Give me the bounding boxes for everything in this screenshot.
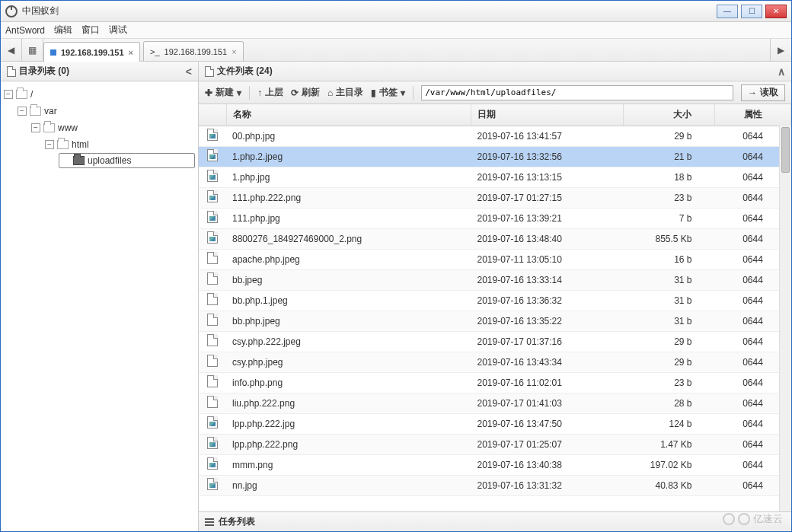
table-row[interactable]: 111.php.jpg2019-07-16 13:39:217 b0644: [199, 208, 791, 228]
table-row[interactable]: info.php.png2019-07-16 11:02:0123 b0644: [199, 372, 791, 393]
new-button[interactable]: ✚ 新建 ▾: [205, 86, 241, 99]
close-button[interactable]: ✕: [765, 5, 787, 18]
tab-grid-button[interactable]: ▦: [22, 39, 43, 61]
maximize-button[interactable]: ☐: [741, 5, 762, 18]
table-row[interactable]: bb.jpeg2019-07-16 13:33:1431 b0644: [199, 269, 791, 290]
minimize-button[interactable]: —: [717, 5, 738, 18]
table-row[interactable]: 1.php.jpg2019-07-16 13:13:1518 b0644: [199, 167, 791, 187]
cell-name: 8800276_184927469000_2.png: [226, 228, 471, 249]
file-icon: [207, 355, 218, 367]
file-icon: [207, 252, 218, 264]
file-icon: [207, 129, 218, 141]
cell-size: 29 b: [624, 126, 715, 146]
table-row[interactable]: 111.php.222.png2019-07-17 01:27:1523 b06…: [199, 187, 791, 208]
cell-size: 855.5 Kb: [624, 228, 715, 249]
tab-scroll-left[interactable]: ◀: [1, 39, 22, 61]
window-title: 中国蚁剑: [22, 5, 717, 18]
bookmark-button[interactable]: ▮ 书签 ▾: [371, 86, 405, 99]
cell-date: 2019-07-17 01:37:16: [471, 331, 624, 352]
file-table: 名称 日期 大小 属性 00.php.jpg2019-07-16 13:41:5…: [199, 104, 791, 496]
cell-size: 23 b: [624, 372, 715, 393]
col-name[interactable]: 名称: [226, 104, 471, 126]
cell-size: 23 b: [624, 187, 715, 208]
tasklist-header[interactable]: 任务列表: [199, 511, 791, 531]
table-row[interactable]: lpp.php.222.jpg2019-07-16 13:47:50124 b0…: [199, 413, 791, 434]
menu-debug[interactable]: 调试: [109, 24, 127, 37]
page-icon: [7, 66, 16, 77]
cell-name: apache.php.jpeg: [226, 249, 471, 269]
scrollbar[interactable]: [779, 126, 791, 511]
cell-name: 00.php.jpg: [226, 126, 471, 146]
arrow-up-icon: ↑: [257, 88, 262, 98]
col-size[interactable]: 大小: [624, 104, 715, 126]
col-date[interactable]: 日期: [471, 104, 624, 126]
home-button[interactable]: ⌂ 主目录: [327, 86, 363, 99]
close-icon[interactable]: ×: [129, 48, 133, 57]
read-button[interactable]: → 读取: [741, 84, 785, 101]
close-icon[interactable]: ×: [232, 47, 236, 56]
cell-size: 1.47 Kb: [624, 434, 715, 454]
cell-date: 2019-07-16 13:43:34: [471, 352, 624, 372]
toggle-icon[interactable]: −: [4, 90, 13, 99]
table-row[interactable]: 1.php.2.jpeg2019-07-16 13:32:5621 b0644: [199, 146, 791, 167]
cell-date: 2019-07-17 01:27:15: [471, 187, 624, 208]
col-attr[interactable]: 属性: [715, 104, 791, 126]
cell-size: 28 b: [624, 393, 715, 413]
file-icon: [207, 457, 218, 470]
table-row[interactable]: liu.php.222.png2019-07-17 01:41:0328 b06…: [199, 393, 791, 413]
table-row[interactable]: 8800276_184927469000_2.png2019-07-16 13:…: [199, 228, 791, 249]
cell-size: 29 b: [624, 352, 715, 372]
cell-name: bb.php.1.jpeg: [226, 290, 471, 311]
table-row[interactable]: bb.php.1.jpeg2019-07-16 13:36:3231 b0644: [199, 290, 791, 311]
app-icon: [5, 5, 18, 18]
cell-size: 7 b: [624, 208, 715, 228]
cell-date: 2019-07-16 13:13:15: [471, 167, 624, 187]
table-row[interactable]: 00.php.jpg2019-07-16 13:41:5729 b0644: [199, 126, 791, 146]
tree-uploadfiles[interactable]: uploadfiles: [59, 153, 195, 168]
toggle-icon[interactable]: −: [31, 123, 40, 132]
tree-html[interactable]: − html: [4, 136, 195, 153]
path-input[interactable]: [421, 85, 733, 100]
file-icon: [207, 293, 218, 305]
table-row[interactable]: apache.php.jpeg2019-07-11 13:05:1016 b06…: [199, 249, 791, 269]
file-table-wrap: 名称 日期 大小 属性 00.php.jpg2019-07-16 13:41:5…: [199, 104, 791, 511]
table-row[interactable]: nn.jpg2019-07-16 13:31:3240.83 Kb0644: [199, 475, 791, 495]
cell-size: 40.83 Kb: [624, 475, 715, 495]
table-row[interactable]: csy.php.222.jpeg2019-07-17 01:37:1629 b0…: [199, 331, 791, 352]
file-icon: [207, 416, 218, 428]
tree-www[interactable]: − www: [4, 119, 195, 136]
tab-scroll-right[interactable]: ▶: [770, 39, 791, 61]
col-icon[interactable]: [199, 104, 226, 126]
cell-size: 124 b: [624, 413, 715, 434]
file-icon: [207, 437, 218, 449]
collapse-left-icon[interactable]: <: [186, 65, 192, 78]
table-row[interactable]: mmm.png2019-07-16 13:40:38197.02 Kb0644: [199, 454, 791, 475]
menu-antsword[interactable]: AntSword: [5, 25, 45, 36]
scrollbar-thumb[interactable]: [781, 127, 790, 173]
file-icon: [207, 272, 218, 285]
table-row[interactable]: bb.php.jpeg2019-07-16 13:35:2231 b0644: [199, 311, 791, 331]
table-row[interactable]: lpp.php.222.png2019-07-17 01:25:071.47 K…: [199, 434, 791, 454]
tree-label: var: [44, 106, 57, 116]
expand-up-icon[interactable]: ∧: [778, 65, 785, 78]
tab-terminal[interactable]: >_ 192.168.199.151 ×: [143, 41, 244, 61]
file-icon: [207, 334, 218, 346]
cell-date: 2019-07-16 13:31:32: [471, 475, 624, 495]
tab-label: 192.168.199.151: [61, 48, 124, 57]
tab-filemgr[interactable]: 192.168.199.151 ×: [43, 42, 140, 62]
list-icon: [205, 518, 214, 526]
toggle-icon[interactable]: −: [45, 140, 54, 149]
home-icon: ⌂: [327, 88, 333, 98]
up-button[interactable]: ↑ 上层: [257, 86, 283, 99]
folder-icon: [50, 49, 56, 56]
toggle-icon[interactable]: −: [18, 107, 27, 116]
table-row[interactable]: csy.php.jpeg2019-07-16 13:43:3429 b0644: [199, 352, 791, 372]
chevron-down-icon: ▾: [237, 88, 241, 98]
refresh-button[interactable]: ⟳ 刷新: [291, 86, 320, 99]
tree-root[interactable]: − /: [4, 86, 195, 103]
menu-window[interactable]: 窗口: [81, 24, 100, 37]
menu-edit[interactable]: 编辑: [54, 24, 72, 37]
tree-var[interactable]: − var: [4, 103, 195, 119]
cell-name: csy.php.222.jpeg: [226, 331, 471, 352]
tree-label: uploadfiles: [88, 155, 131, 166]
